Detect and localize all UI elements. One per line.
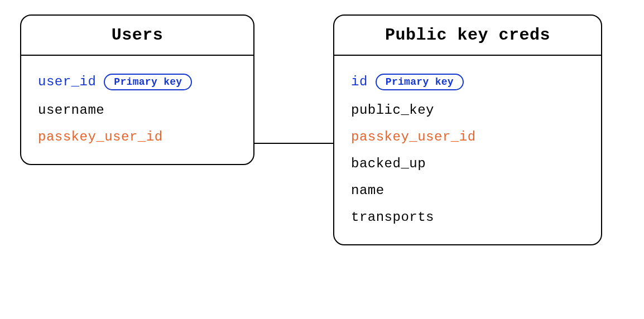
entity-users-title: Users [21,16,253,56]
field-user-id: user_id [38,75,96,89]
field-row: id Primary key [351,67,584,97]
er-diagram: Users user_id Primary key username passk… [0,0,644,319]
entity-creds-title: Public key creds [334,16,601,56]
primary-key-badge: Primary key [376,74,464,90]
field-username: username [38,104,104,117]
primary-key-badge: Primary key [104,74,192,90]
field-row: username [38,97,237,124]
field-public-key: public_key [351,104,434,117]
field-row: passkey_user_id [38,124,237,151]
field-transports: transports [351,211,434,224]
field-row: user_id Primary key [38,67,237,97]
entity-creds-fields: id Primary key public_key passkey_user_i… [334,56,601,244]
field-backed-up: backed_up [351,157,426,171]
field-row: public_key [351,97,584,124]
field-passkey-user-id: passkey_user_id [351,130,476,144]
field-row: backed_up [351,151,584,177]
field-row: passkey_user_id [351,124,584,151]
field-row: transports [351,204,584,231]
entity-users: Users user_id Primary key username passk… [20,14,254,165]
field-id: id [351,75,368,89]
field-row: name [351,177,584,204]
field-passkey-user-id: passkey_user_id [38,130,163,144]
relationship-connector [254,143,333,144]
field-name: name [351,184,385,197]
entity-public-key-creds: Public key creds id Primary key public_k… [333,14,602,245]
entity-users-fields: user_id Primary key username passkey_use… [21,56,253,164]
